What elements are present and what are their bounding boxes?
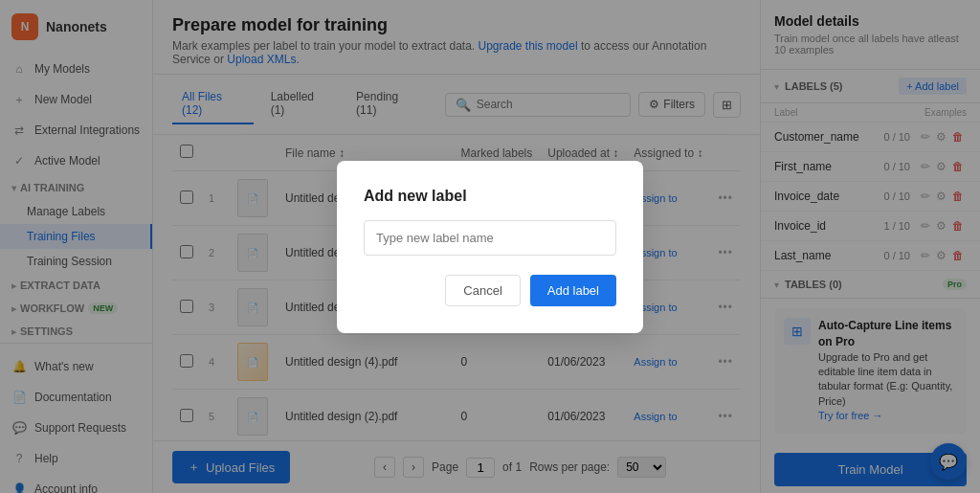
modal-title: Add new label bbox=[364, 188, 616, 205]
modal-actions: Cancel Add label bbox=[364, 275, 616, 306]
add-label-modal: Add new label Cancel Add label bbox=[337, 161, 643, 333]
label-name-input[interactable] bbox=[364, 220, 616, 256]
modal-overlay[interactable]: Add new label Cancel Add label bbox=[0, 0, 980, 493]
cancel-button[interactable]: Cancel bbox=[445, 275, 520, 306]
add-label-confirm-button[interactable]: Add label bbox=[530, 275, 616, 306]
